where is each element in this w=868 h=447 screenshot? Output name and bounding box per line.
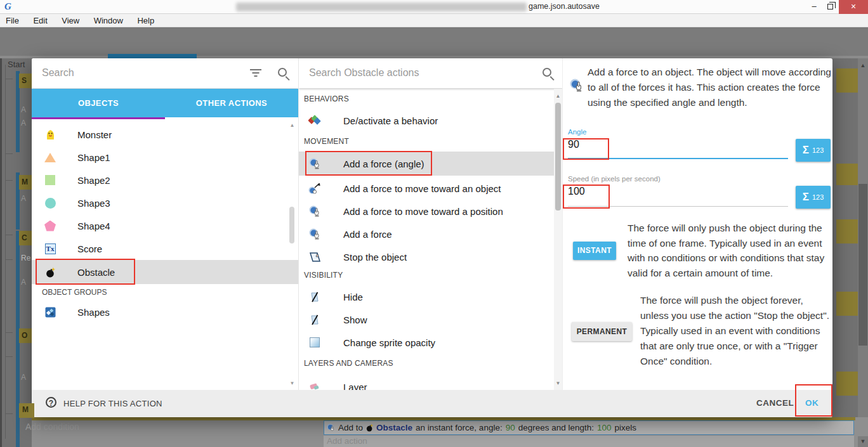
help-link[interactable]: HELP FOR THIS ACTION	[63, 399, 162, 408]
annotation-box-add-force-angle	[305, 151, 432, 176]
menu-window[interactable]: Window	[88, 14, 129, 27]
object-groups-header: OBJECT GROUPS	[42, 288, 107, 297]
event-text-fragment: A	[21, 105, 26, 114]
section-visibility: VISIBILITY	[304, 271, 343, 280]
menu-view[interactable]: View	[56, 14, 85, 27]
tree-tick	[5, 180, 13, 181]
tree-tick	[5, 332, 13, 333]
object-label: Shape3	[77, 198, 110, 209]
event-header-fragment: M	[19, 175, 32, 190]
event-angle-value: 90	[506, 423, 515, 432]
action-row[interactable]: Add a force	[299, 223, 554, 245]
action-row[interactable]: Hide	[299, 285, 554, 308]
background-event-action-row: Add to Obstacle an instant force, angle:…	[324, 420, 854, 435]
force-icon	[327, 424, 335, 432]
action-row[interactable]: Show	[299, 308, 554, 331]
tree-tick	[5, 356, 13, 357]
stop-object-icon	[308, 252, 322, 262]
object-label: Monster	[77, 129, 112, 140]
menu-help[interactable]: Help	[131, 14, 160, 27]
scrollbar-thumb[interactable]	[555, 103, 561, 211]
action-label: Add a force to move toward an object	[343, 183, 501, 194]
action-description: Add a force to an object. The object wil…	[588, 65, 832, 110]
tab-other-actions[interactable]: OTHER ACTIONS	[165, 89, 298, 117]
action-label: Add a force to move toward a position	[343, 206, 503, 217]
pentagon-icon	[44, 221, 56, 231]
event-object-name: Obstacle	[376, 423, 412, 432]
tree-tick	[5, 413, 13, 414]
scroll-up-icon[interactable]: ▲	[858, 60, 868, 70]
object-search-input[interactable]	[42, 65, 232, 81]
window-title: game.json.autosave	[529, 2, 600, 11]
close-icon: ×	[851, 1, 856, 11]
object-row[interactable]: Shape3	[32, 191, 298, 214]
event-header-fragment: O	[19, 328, 32, 343]
opacity-icon	[308, 337, 322, 347]
scroll-up-icon[interactable]: ▲	[554, 92, 562, 101]
section-movement: MOVEMENT	[304, 137, 349, 146]
help-icon[interactable]: ?	[46, 397, 56, 408]
action-label: Change sprite opacity	[343, 337, 435, 348]
expression-badge: 123	[812, 146, 824, 154]
scroll-down-icon[interactable]: ▼	[554, 379, 562, 388]
cancel-button[interactable]: CANCEL	[756, 398, 794, 408]
action-label: De/activate a behavior	[343, 115, 438, 126]
event-header-fragment	[836, 68, 858, 93]
object-row[interactable]: Shape2	[32, 169, 298, 191]
menu-edit[interactable]: Edit	[27, 14, 53, 27]
angle-label: Angle	[568, 128, 586, 136]
action-row[interactable]: De/activate a behavior	[299, 109, 554, 132]
scrollbar-thumb[interactable]	[858, 184, 867, 346]
menubar: File Edit View Window Help	[0, 14, 868, 27]
instant-description: The force will only push the object duri…	[628, 221, 833, 280]
scroll-down-icon: ▼	[858, 436, 868, 447]
action-selector-panel: BEHAVIORS De/activate a behavior MOVEMEN…	[298, 58, 562, 390]
tab-objects[interactable]: OBJECTS	[32, 89, 165, 117]
toolbar-dimmed	[0, 27, 868, 56]
background-scene-tab: Start	[8, 60, 25, 69]
action-row[interactable]: Change sprite opacity	[299, 331, 554, 354]
object-row[interactable]: Shape1	[32, 146, 298, 169]
scroll-down-icon[interactable]: ▼	[288, 380, 296, 388]
scrollbar-thumb[interactable]	[289, 207, 294, 243]
tree-line	[5, 65, 6, 439]
action-label: Show	[343, 314, 367, 325]
events-sheet-left-strip: S A A M A C Re A O A M	[0, 58, 32, 447]
event-text-fragment: A	[21, 278, 26, 287]
event-header-fragment	[836, 292, 858, 316]
close-button[interactable]: ×	[839, 0, 868, 14]
object-search-box	[32, 58, 298, 88]
action-row[interactable]: Stop the object	[299, 245, 554, 268]
restore-button[interactable]	[821, 0, 840, 14]
app-window: G game.json.autosave – × File Edit View …	[0, 0, 868, 447]
action-search-input[interactable]	[309, 65, 525, 81]
circle-icon	[44, 198, 56, 209]
action-row[interactable]: Add a force to move toward an object	[299, 177, 554, 200]
window-titlebar: G game.json.autosave – ×	[0, 0, 868, 14]
object-row[interactable]: Tx Score	[32, 237, 298, 260]
annotation-box-ok	[795, 384, 832, 417]
action-search-box	[299, 58, 562, 88]
search-icon[interactable]	[278, 68, 287, 77]
object-row[interactable]: Monster	[32, 123, 298, 146]
force-toward-position-icon	[308, 205, 322, 217]
action-row[interactable]: Layer	[299, 375, 554, 390]
menu-file[interactable]: File	[0, 14, 25, 27]
object-row[interactable]: Shape4	[32, 214, 298, 237]
scroll-up-icon[interactable]: ▲	[288, 122, 296, 130]
group-row[interactable]: Shapes	[32, 301, 298, 323]
instant-button[interactable]: INSTANT	[573, 242, 616, 260]
angle-expression-button[interactable]: Σ 123	[796, 139, 831, 162]
events-scrollbar: ▲	[858, 58, 868, 447]
instruction-editor-dialog: OBJECTS OTHER ACTIONS Monster Shape1 Sha…	[32, 58, 832, 417]
action-label: Hide	[343, 292, 363, 302]
action-row[interactable]: Add a force to move toward a position	[299, 200, 554, 223]
filter-icon[interactable]	[250, 69, 261, 77]
event-text: an instant force, angle:	[416, 423, 503, 432]
speed-expression-button[interactable]: Σ 123	[796, 186, 831, 209]
dialog-footer: ? HELP FOR THIS ACTION CANCEL OK	[32, 390, 832, 417]
tree-tick	[5, 153, 13, 154]
text-object-icon: Tx	[44, 243, 56, 254]
search-icon[interactable]	[542, 68, 551, 77]
permanent-button[interactable]: PERMANENT	[572, 322, 632, 341]
